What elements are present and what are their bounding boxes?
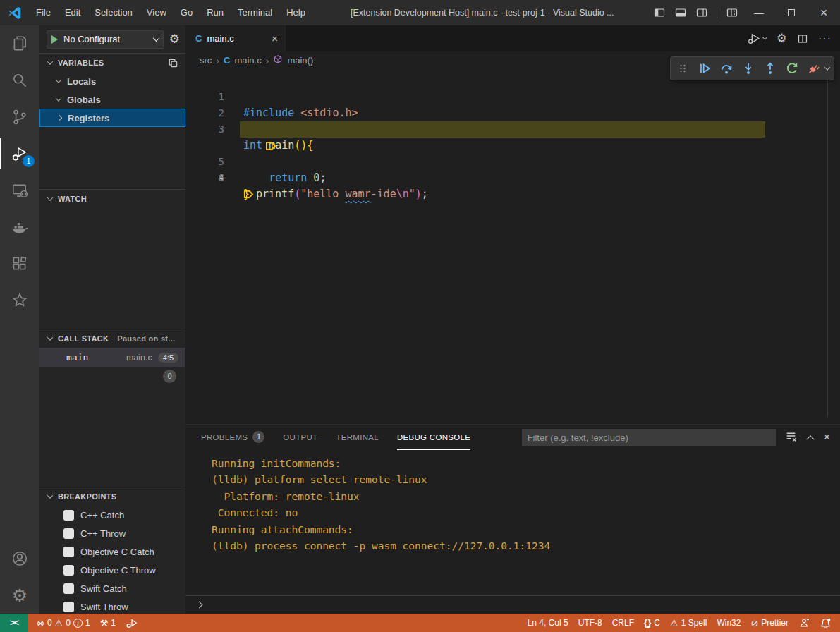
step-over-icon[interactable] bbox=[719, 62, 734, 75]
menu-go[interactable]: Go bbox=[174, 0, 200, 25]
clear-console-icon[interactable] bbox=[785, 430, 797, 445]
console-line: Connected: no bbox=[212, 505, 840, 521]
continue-icon[interactable] bbox=[697, 62, 712, 75]
breadcrumb-folder[interactable]: src bbox=[200, 55, 212, 66]
checkbox[interactable] bbox=[63, 510, 74, 521]
problems-status[interactable]: ⊗ 0 ⚠ 0 i 1 bbox=[28, 614, 95, 632]
notifications-bell-icon[interactable] bbox=[815, 614, 840, 632]
activity-remote-explorer[interactable] bbox=[0, 172, 39, 209]
settings-gear-icon[interactable]: ⚙ bbox=[0, 577, 39, 614]
breakpoint-swift-throw[interactable]: Swift Throw bbox=[39, 597, 185, 616]
call-stack-header[interactable]: CALL STACK Paused on st... bbox=[39, 329, 185, 348]
toggle-panel-icon[interactable] bbox=[670, 0, 691, 25]
remote-indicator[interactable]: >< bbox=[0, 614, 28, 632]
menu-file[interactable]: File bbox=[29, 0, 58, 25]
split-editor-icon[interactable] bbox=[797, 33, 808, 44]
tools-status[interactable]: ⚒ 1 bbox=[95, 614, 121, 632]
menu-selection[interactable]: Selection bbox=[87, 0, 139, 25]
activity-docker[interactable] bbox=[0, 209, 39, 245]
formatter-status[interactable]: ⊘ Prettier bbox=[745, 614, 793, 632]
variables-header[interactable]: VARIABLES bbox=[39, 54, 185, 72]
language-mode[interactable]: { } C bbox=[639, 614, 665, 632]
checkbox[interactable] bbox=[63, 583, 74, 594]
activity-source-control[interactable] bbox=[0, 99, 39, 135]
run-or-debug-icon[interactable] bbox=[748, 32, 767, 44]
cursor-position[interactable]: Ln 4, Col 5 bbox=[523, 614, 573, 632]
activity-extensions[interactable] bbox=[0, 245, 39, 282]
current-line-highlight bbox=[240, 121, 765, 138]
checkbox[interactable] bbox=[63, 602, 74, 612]
tab-bar: C main.c × ⚙ ··· bbox=[185, 25, 840, 51]
menu-view[interactable]: View bbox=[140, 0, 174, 25]
editor-settings-gear-icon[interactable]: ⚙ bbox=[777, 31, 787, 46]
minimize-button[interactable]: — bbox=[743, 0, 775, 25]
breakpoint-objc-throw[interactable]: Objective C Throw bbox=[39, 561, 185, 579]
accounts-icon[interactable] bbox=[0, 540, 39, 577]
variables-locals[interactable]: Locals bbox=[39, 72, 185, 90]
close-button[interactable]: × bbox=[808, 0, 840, 25]
debug-status-icon[interactable] bbox=[121, 614, 142, 632]
menu-help[interactable]: Help bbox=[279, 0, 312, 25]
activity-search[interactable] bbox=[0, 62, 39, 99]
panel-tabs: PROBLEMS 1 OUTPUT TERMINAL DEBUG CONSOLE… bbox=[185, 425, 840, 450]
maximize-button[interactable] bbox=[775, 0, 808, 25]
checkbox[interactable] bbox=[63, 547, 74, 557]
console-filter-input[interactable] bbox=[522, 429, 776, 446]
chevron-down-icon[interactable] bbox=[824, 64, 830, 70]
activity-run-debug[interactable]: 1 bbox=[0, 135, 39, 172]
checkbox[interactable] bbox=[63, 528, 74, 539]
more-actions-icon[interactable]: ··· bbox=[818, 32, 832, 45]
chevron-down-icon bbox=[762, 35, 767, 40]
feedback-person-icon[interactable] bbox=[793, 614, 815, 632]
launch-config-dropdown[interactable]: No Configurat bbox=[47, 30, 164, 49]
menu-edit[interactable]: Edit bbox=[58, 0, 87, 25]
step-out-icon[interactable] bbox=[762, 62, 778, 75]
tab-debug-console[interactable]: DEBUG CONSOLE bbox=[397, 425, 470, 450]
open-launch-json-gear-icon[interactable]: ⚙ bbox=[169, 33, 180, 45]
breadcrumb-symbol[interactable]: main() bbox=[287, 55, 313, 66]
customize-layout-icon[interactable] bbox=[722, 0, 743, 25]
code-editor[interactable]: 1 #include <stdio.h> 2 3 int main(){ 4 p bbox=[185, 69, 840, 424]
toolbar-drag-gripper[interactable] bbox=[675, 63, 690, 74]
breakpoint-cpp-catch[interactable]: C++ Catch bbox=[39, 506, 185, 524]
code-line-6: 6 } bbox=[185, 154, 840, 170]
encoding[interactable]: UTF-8 bbox=[573, 614, 607, 632]
close-panel-icon[interactable]: × bbox=[824, 431, 830, 444]
menu-run[interactable]: Run bbox=[200, 0, 231, 25]
platform-status[interactable]: Win32 bbox=[712, 614, 745, 632]
breakpoint-cpp-throw[interactable]: C++ Throw bbox=[39, 524, 185, 542]
chevron-down-icon bbox=[56, 77, 61, 83]
window-title: [Extension Development Host] main.c - te… bbox=[351, 0, 614, 25]
stack-frame-row[interactable]: main main.c 4:5 bbox=[39, 348, 185, 367]
breakpoint-swift-catch[interactable]: Swift Catch bbox=[39, 579, 185, 597]
start-debug-icon[interactable] bbox=[51, 35, 58, 44]
breakpoints-header[interactable]: BREAKPOINTS bbox=[39, 487, 185, 506]
activity-explorer[interactable] bbox=[0, 25, 39, 62]
menu-terminal[interactable]: Terminal bbox=[231, 0, 279, 25]
watch-header[interactable]: WATCH bbox=[39, 190, 185, 208]
copy-icon[interactable] bbox=[168, 58, 178, 68]
tab-terminal[interactable]: TERMINAL bbox=[336, 425, 379, 450]
variables-globals[interactable]: Globals bbox=[39, 90, 185, 109]
c-file-icon: C bbox=[195, 33, 202, 44]
disconnect-icon[interactable] bbox=[806, 62, 822, 75]
maximize-panel-icon[interactable] bbox=[806, 435, 814, 443]
spell-checker-status[interactable]: ⚠ 1 Spell bbox=[665, 614, 712, 632]
variables-section: VARIABLES Locals Globals Registers bbox=[39, 53, 185, 189]
close-tab-icon[interactable]: × bbox=[272, 32, 278, 44]
breadcrumb-file[interactable]: main.c bbox=[234, 55, 261, 66]
activity-custom-extension-star[interactable] bbox=[0, 282, 39, 319]
tab-output[interactable]: OUTPUT bbox=[283, 425, 317, 450]
toggle-sidebar-icon[interactable] bbox=[649, 0, 670, 25]
checkbox[interactable] bbox=[63, 565, 74, 576]
tab-problems[interactable]: PROBLEMS 1 bbox=[201, 425, 264, 450]
line-number[interactable]: 6 bbox=[185, 170, 224, 186]
step-into-icon[interactable] bbox=[741, 62, 756, 75]
variables-registers[interactable]: Registers bbox=[39, 109, 185, 127]
toggle-secondary-sidebar-icon[interactable] bbox=[691, 0, 712, 25]
debug-console-input[interactable] bbox=[185, 595, 840, 614]
restart-icon[interactable] bbox=[784, 62, 800, 75]
tab-main-c[interactable]: C main.c × bbox=[185, 25, 286, 51]
breakpoint-objc-catch[interactable]: Objective C Catch bbox=[39, 542, 185, 561]
eol-sequence[interactable]: CRLF bbox=[607, 614, 639, 632]
